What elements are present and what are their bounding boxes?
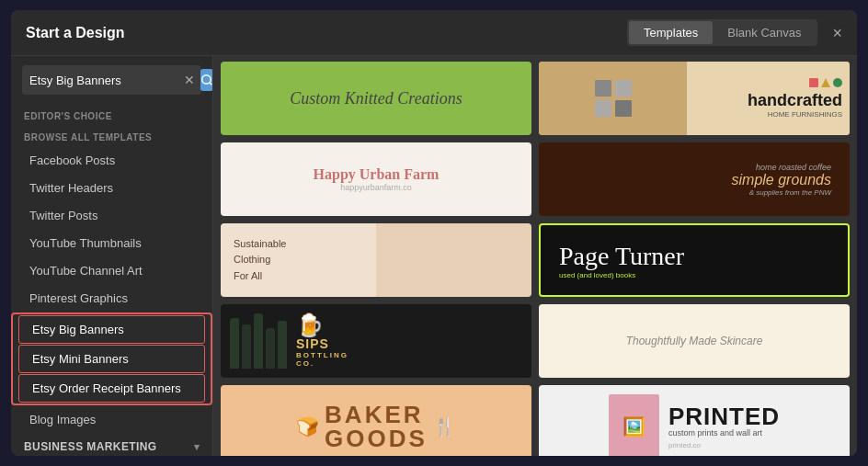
bottles-group	[230, 313, 287, 369]
baker-icon-left: 🍞	[296, 415, 319, 438]
sidebar-item-twitter-posts[interactable]: Twitter Posts	[17, 202, 207, 229]
svg-point-0	[202, 75, 211, 84]
selected-items-group: Etsy Big Banners Etsy Mini Banners Etsy …	[11, 313, 212, 405]
sidebar-category-business-marketing[interactable]: Business Marketing ▾	[11, 434, 212, 456]
handcrafted-title: handcrafted	[748, 91, 842, 110]
red-rect-shape	[809, 78, 818, 87]
modal-title: Start a Design	[26, 25, 125, 41]
page-turner-text: Page Turner used (and loved) books	[559, 242, 684, 279]
browse-all-label: Browse All Templates	[11, 125, 212, 146]
sips-text-group: 🍺 SIPS BOTTLING CO.	[296, 314, 348, 368]
sidebar-item-youtube-channel-art[interactable]: YouTube Channel Art	[17, 257, 207, 284]
sidebar-item-youtube-thumbnails[interactable]: YouTube Thumbnails	[17, 230, 207, 256]
search-input[interactable]	[29, 74, 184, 87]
modal-header: Start a Design Templates Blank Canvas ×	[11, 10, 857, 56]
template-card-sips-bottling[interactable]: 🍺 SIPS BOTTLING CO.	[221, 304, 531, 378]
template-card-custom-knitted[interactable]: Custom Knitted Creations	[221, 62, 531, 135]
modal-body: ✕ Editor's Choice Browse All Templates F…	[11, 56, 857, 456]
skincare-text: Thoughtfully Made Skincare	[626, 335, 763, 347]
template-card-thoughtfully-made[interactable]: Thoughtfully Made Skincare	[539, 304, 850, 378]
search-button[interactable]	[200, 69, 213, 91]
template-label: Custom Knitted Creations	[290, 89, 462, 108]
template-card-happy-urban-farm[interactable]: Happy Urban Farm happyurbanfarm.co	[221, 142, 531, 216]
baker-text-group: BAKER GOODS	[325, 403, 428, 450]
search-clear-icon[interactable]: ✕	[184, 73, 195, 87]
sidebar-item-twitter-headers[interactable]: Twitter Headers	[17, 175, 207, 201]
farm-title: Happy Urban Farm	[314, 166, 440, 183]
sidebar-item-blog-images[interactable]: Blog Images	[17, 406, 207, 433]
handcrafted-subtitle: HOME FURNISHINGS	[768, 110, 842, 119]
sidebar-item-etsy-mini-banners[interactable]: Etsy Mini Banners	[18, 345, 205, 373]
template-card-sustainable-clothing[interactable]: Sustainable Clothing For All	[221, 223, 531, 297]
sidebar-item-etsy-order-receipt[interactable]: Etsy Order Receipt Banners	[18, 374, 205, 403]
baker-icon-right: 🍴	[433, 415, 456, 438]
printed-text-group: PRINTED custom prints and wall art print…	[668, 404, 780, 449]
business-marketing-label: Business Marketing	[24, 440, 157, 453]
svg-rect-5	[615, 100, 632, 117]
tab-group: Templates Blank Canvas	[627, 19, 817, 46]
tab-blank-canvas[interactable]: Blank Canvas	[713, 21, 816, 44]
geo-shapes	[809, 78, 842, 87]
template-card-baker-goods[interactable]: 🍞 BAKER GOODS 🍴	[221, 385, 531, 456]
sidebar-item-pinterest-graphics[interactable]: Pinterest Graphics	[17, 285, 207, 312]
svg-rect-4	[595, 100, 611, 117]
tab-templates[interactable]: Templates	[629, 21, 713, 44]
template-card-handcrafted[interactable]: handcrafted HOME FURNISHINGS	[539, 62, 850, 135]
svg-line-1	[210, 83, 212, 85]
clothing-text: Sustainable Clothing For All	[234, 236, 287, 285]
editors-choice-label: Editor's Choice	[11, 104, 212, 125]
chevron-down-icon: ▾	[194, 441, 200, 453]
svg-rect-2	[595, 80, 611, 97]
templates-grid: Custom Knitted Creations	[221, 62, 850, 456]
template-card-page-turner[interactable]: Page Turner used (and loved) books	[539, 223, 850, 297]
template-card-simple-grounds[interactable]: home roasted coffee simple grounds & sup…	[539, 142, 850, 216]
sidebar-item-facebook-posts[interactable]: Facebook Posts	[17, 147, 207, 174]
printed-image: 🖼️	[609, 394, 659, 456]
close-button[interactable]: ×	[832, 25, 842, 41]
farm-subtitle: happyurbanfarm.co	[314, 183, 440, 192]
sidebar-item-etsy-big-banners[interactable]: Etsy Big Banners	[18, 315, 205, 344]
sidebar: ✕ Editor's Choice Browse All Templates F…	[11, 56, 213, 456]
template-card-printed[interactable]: 🖼️ PRINTED custom prints and wall art pr…	[539, 385, 850, 456]
handcrafted-left	[539, 62, 687, 135]
handcrafted-right: handcrafted HOME FURNISHINGS	[687, 62, 850, 135]
circle-shape	[833, 78, 842, 87]
coffee-title: home roasted coffee simple grounds & sup…	[732, 163, 832, 197]
start-a-design-modal: Start a Design Templates Blank Canvas × …	[11, 10, 857, 456]
search-box: ✕	[22, 65, 201, 95]
triangle-shape	[821, 78, 830, 87]
templates-grid-container: Custom Knitted Creations	[213, 56, 857, 456]
svg-rect-3	[615, 80, 632, 97]
